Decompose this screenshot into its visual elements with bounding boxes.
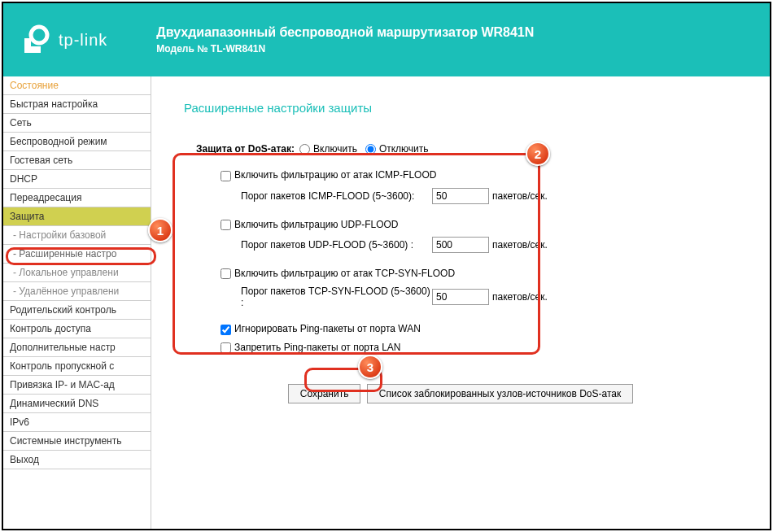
icmp-thresh-label: Порог пакетов ICMP-FLOOD (5~3600): — [241, 190, 432, 202]
icmp-unit: пакетов/сек. — [492, 190, 548, 202]
blocked-list-button[interactable]: Список заблокированных узлов-источников … — [367, 384, 633, 403]
nav-item-3[interactable]: Беспроводной режим — [3, 133, 151, 151]
nav-item-6[interactable]: Переадресация — [3, 189, 151, 207]
tcp-thresh-label: Порог пакетов TCP-SYN-FLOOD (5~3600) : — [241, 286, 432, 308]
icmp-filter-option[interactable]: Включить фильтрацию от атак ICMP-FLOOD — [221, 169, 436, 181]
nav-item-17[interactable]: Динамический DNS — [3, 395, 151, 413]
nav-item-18[interactable]: IPv6 — [3, 413, 151, 432]
wan-ping-checkbox[interactable] — [221, 325, 231, 335]
udp-thresh-label: Порог пакетов UDP-FLOOD (5~3600) : — [241, 239, 432, 251]
brand-text: tp-link — [59, 31, 107, 50]
nav-item-2[interactable]: Сеть — [3, 114, 151, 133]
page-title: Расширенные настройки защиты — [184, 101, 737, 115]
logo: tp-link — [20, 24, 107, 56]
nav-item-20[interactable]: Выход — [3, 451, 151, 469]
tcp-unit: пакетов/сек. — [492, 291, 548, 303]
udp-thresh-input[interactable] — [432, 237, 489, 253]
dos-enable-option[interactable]: Включить — [299, 143, 357, 155]
nav-item-14[interactable]: Дополнительные настр — [3, 338, 151, 357]
nav-item-7[interactable]: Защита — [3, 207, 151, 226]
content: Расширенные настройки защиты Защита от D… — [151, 76, 770, 529]
sidebar: СостояниеБыстрая настройкаСетьБеспроводн… — [3, 76, 151, 529]
icmp-thresh-input[interactable] — [432, 188, 489, 204]
dos-enable-radio[interactable] — [299, 144, 310, 155]
svg-point-0 — [31, 27, 47, 43]
nav-item-4[interactable]: Гостевая сеть — [3, 151, 151, 170]
settings-block: Защита от DoS-атак: Включить Отключить В… — [184, 135, 737, 368]
nav-item-13[interactable]: Контроль доступа — [3, 320, 151, 338]
nav-item-16[interactable]: Привязка IP- и MAC-ад — [3, 376, 151, 395]
lan-ping-option[interactable]: Запретить Ping-пакеты от порта LAN — [221, 342, 401, 353]
nav-item-10[interactable]: - Локальное управлени — [3, 264, 151, 282]
save-button[interactable]: Сохранить — [288, 384, 361, 403]
nav-item-8[interactable]: - Настройки базовой — [3, 226, 151, 245]
header: tp-link Двухдиапазонный беспроводной мар… — [3, 3, 770, 76]
udp-filter-checkbox[interactable] — [221, 220, 231, 230]
tcp-filter-option[interactable]: Включить фильтрацию от атак TCP-SYN-FLOO… — [221, 268, 455, 279]
tcp-filter-checkbox[interactable] — [221, 268, 231, 279]
lan-ping-checkbox[interactable] — [221, 342, 231, 353]
wan-ping-option[interactable]: Игнорировать Ping-пакеты от порта WAN — [221, 323, 421, 334]
nav-item-5[interactable]: DHCP — [3, 170, 151, 189]
udp-unit: пакетов/сек. — [492, 239, 548, 251]
model-number: Модель № TL-WR841N — [156, 43, 534, 55]
dos-label: Защита от DoS-атак: — [196, 143, 295, 155]
nav-item-15[interactable]: Контроль пропускной с — [3, 357, 151, 376]
buttons-row: Сохранить Список заблокированных узлов-и… — [184, 384, 737, 403]
icmp-filter-checkbox[interactable] — [221, 171, 231, 181]
nav-item-11[interactable]: - Удалённое управлени — [3, 282, 151, 301]
nav-item-19[interactable]: Системные инструменть — [3, 432, 151, 451]
udp-filter-option[interactable]: Включить фильтрацию UDP-FLOOD — [221, 219, 398, 230]
nav-item-1[interactable]: Быстрая настройка — [3, 95, 151, 114]
tplink-logo-icon — [20, 24, 52, 56]
dos-disable-option[interactable]: Отключить — [365, 143, 429, 155]
tcp-thresh-input[interactable] — [432, 289, 489, 305]
header-info: Двухдиапазонный беспроводной маршрутизат… — [156, 25, 534, 55]
nav-item-12[interactable]: Родительский контроль — [3, 301, 151, 320]
nav-item-0[interactable]: Состояние — [3, 76, 151, 95]
product-title: Двухдиапазонный беспроводной маршрутизат… — [156, 25, 534, 40]
dos-disable-radio[interactable] — [365, 144, 376, 155]
svg-rect-2 — [24, 46, 41, 53]
nav-item-9[interactable]: - Расширенные настро — [3, 245, 151, 264]
